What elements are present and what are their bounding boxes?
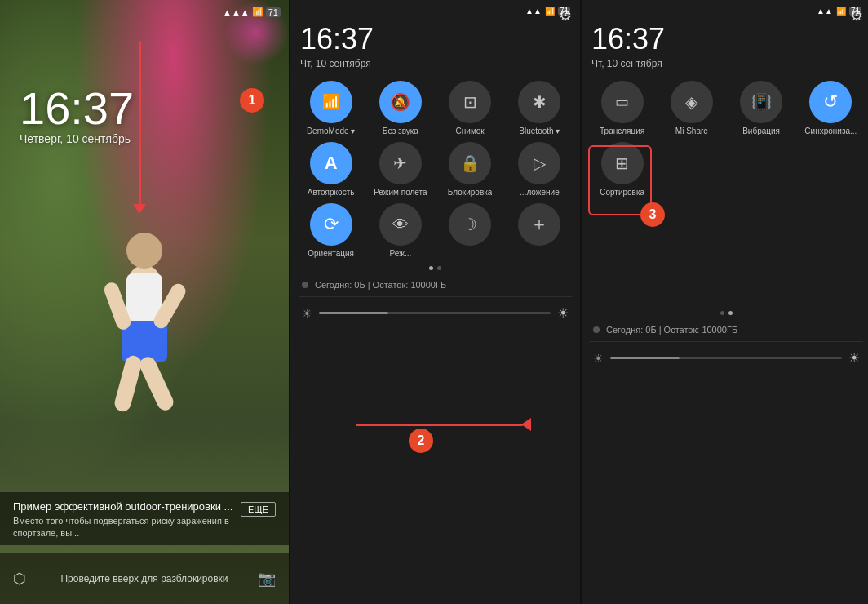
tile-orientation-label: Ориентация [308, 249, 354, 258]
brightness-high-icon-2: ☀ [848, 350, 860, 366]
brightness-row-2: ☀ ☀ [582, 345, 868, 371]
tile-plus[interactable]: ＋ [507, 203, 572, 258]
tile-sync-label: Синхрониза... [804, 127, 857, 135]
settings-gear-button-2[interactable]: ⚙ [850, 7, 863, 24]
dots-indicator-2 [582, 308, 868, 318]
tile-sort[interactable]: ⊞ Сортировка [590, 142, 654, 197]
fingerprint-icon: ⬡ [13, 570, 26, 588]
dots-indicator-1 [290, 263, 580, 273]
quick-settings-panel-1: spacer ▲▲ 📶 71 16:37 Чт, 10 сентября ⚙ 📶… [290, 0, 580, 604]
camera-icon: 📷 [258, 570, 276, 588]
horizontal-arrow-annotation [356, 418, 531, 431]
tile-nosound-label: Без звука [383, 127, 418, 135]
tile-demomode[interactable]: 📶 DemoMode ▾ [299, 81, 363, 135]
tiles-grid-p2-1: ▭ Трансляция ◈ Mi Share 📳 Вибрация ↺ Син… [582, 76, 868, 140]
tile-lock-icon: 🔒 [449, 142, 491, 184]
tile-broadcast-icon: ▭ [601, 81, 644, 123]
article-title: Пример эффективной outdoor-тренировки ..… [13, 500, 276, 513]
brightness-high-icon: ☀ [557, 305, 569, 321]
tile-bluetooth[interactable]: ✱ Bluetooth ▾ [507, 81, 572, 135]
brightness-row-1: ☀ ☀ [290, 300, 580, 326]
lockscreen-article: ЕЩЕ Пример эффективной outdoor-тренировк… [0, 492, 289, 545]
tile-lock[interactable]: 🔒 Блокировка [438, 142, 503, 197]
tile-mishare-icon: ◈ [671, 81, 713, 123]
panel2-time: 16:37 [582, 19, 868, 56]
tile-sort-label: Сортировка [600, 188, 644, 197]
tile-plus-icon: ＋ [518, 203, 560, 246]
tile-orientation-icon: ⟳ [310, 203, 352, 246]
tile-vibration-icon: 📳 [740, 81, 782, 123]
lockscreen-screen: 16:37 Четверг, 10 сентябрь ▲▲▲ 📶 71 1 ЕЩ… [0, 0, 289, 604]
storage-text-2: Сегодня: 0Б | Остаток: 10000ГБ [606, 325, 737, 335]
brightness-fill-2 [610, 357, 680, 359]
annotation-arrow-down [133, 41, 146, 214]
annotation-badge-2: 2 [409, 429, 433, 453]
panel2-date: Чт, 10 сентября [582, 56, 868, 76]
tile-nosound[interactable]: 🔕 Без звука [368, 81, 432, 135]
unlock-text: Проведите вверх для разблокировки [60, 573, 228, 584]
tile-orientation[interactable]: ⟳ Ориентация [299, 203, 363, 258]
tile-demomode-label: DemoMode ▾ [307, 127, 355, 135]
tile-sync-icon: ↺ [809, 81, 852, 123]
status-bar-1: spacer ▲▲ 📶 71 [290, 0, 580, 19]
tiles-grid-3: ⟳ Ориентация 👁 Реж... ☽ ＋ [290, 202, 580, 263]
tile-screenshot-label: Снимок [456, 127, 485, 135]
dot-p2-2 [728, 311, 733, 315]
tile-bluetooth-label: Bluetooth ▾ [519, 127, 560, 135]
dot-2 [437, 266, 441, 270]
storage-dot-2 [593, 326, 600, 333]
annotation-badge-1: 1 [240, 88, 264, 113]
tile-mode[interactable]: 👁 Реж... [368, 203, 432, 258]
tile-autobright-label: Автояркость [308, 188, 355, 197]
brightness-track-1[interactable] [319, 312, 551, 314]
tile-broadcast-label: Трансляция [600, 127, 644, 135]
storage-dot-1 [302, 282, 308, 288]
divider-2 [590, 341, 863, 342]
brightness-track-2[interactable] [610, 357, 842, 359]
tile-airplane[interactable]: ✈ Режим полета [368, 142, 432, 197]
lockscreen-time: 16:37 [20, 82, 134, 135]
panel1-time: 16:37 [290, 19, 580, 56]
tile-nosound-icon: 🔕 [379, 81, 422, 123]
tile-lock-label: Блокировка [448, 188, 493, 197]
tile-app-icon: ▷ [518, 142, 560, 184]
quick-settings-panel-2: spacer ▲▲ 📶 71 16:37 Чт, 10 сентября ⚙ ▭… [582, 0, 868, 604]
divider-1 [299, 296, 572, 297]
tile-vibration[interactable]: 📳 Вибрация [729, 81, 794, 135]
dot-p2-1 [720, 311, 724, 315]
tiles-grid-2: A Автояркость ✈ Режим полета 🔒 Блокировк… [290, 140, 580, 202]
article-more-button[interactable]: ЕЩЕ [241, 502, 276, 517]
brightness-fill-1 [319, 312, 388, 314]
panel1-date: Чт, 10 сентября [290, 56, 580, 76]
tile-app[interactable]: ▷ ...ложение [507, 142, 572, 197]
lockscreen-date: Четверг, 10 сентябрь [20, 132, 131, 145]
dot-1 [429, 266, 433, 270]
tiles-grid-1: 📶 DemoMode ▾ 🔕 Без звука ⊡ Снимок ✱ Blue… [290, 76, 580, 140]
article-body: Вместо того чтобы подвергаться риску зар… [13, 515, 276, 539]
tile-mode-icon: 👁 [379, 203, 422, 246]
tile-mode-label: Реж... [390, 249, 412, 258]
tile-screenshot-icon: ⊡ [449, 81, 491, 123]
tile-app-label: ...ложение [520, 188, 560, 197]
tile-airplane-icon: ✈ [379, 142, 422, 184]
annotation-badge-3: 3 [640, 202, 665, 227]
storage-text-1: Сегодня: 0Б | Остаток: 10000ГБ [315, 280, 446, 290]
tile-autobright[interactable]: A Автояркость [299, 142, 363, 197]
tile-screenshot[interactable]: ⊡ Снимок [438, 81, 503, 135]
lockscreen-bottom-bar: ⬡ Проведите вверх для разблокировки 📷 [0, 553, 289, 604]
storage-row-2: Сегодня: 0Б | Остаток: 10000ГБ [582, 318, 868, 338]
tile-moon-icon: ☽ [449, 203, 491, 246]
tile-moon[interactable]: ☽ [438, 203, 503, 258]
tile-sync[interactable]: ↺ Синхрониза... [799, 81, 863, 135]
tile-broadcast[interactable]: ▭ Трансляция [590, 81, 654, 135]
tile-demomode-icon: 📶 [310, 81, 352, 123]
tile-vibration-label: Вибрация [742, 127, 780, 135]
lockscreen-phone: 16:37 Четверг, 10 сентябрь ▲▲▲ 📶 71 1 ЕЩ… [0, 0, 289, 604]
status-bar-2: spacer ▲▲ 📶 71 [582, 0, 868, 19]
tile-mishare-label: Mi Share [675, 127, 708, 135]
settings-gear-button[interactable]: ⚙ [559, 7, 572, 24]
brightness-low-icon-2: ☀ [593, 352, 604, 365]
tile-mishare[interactable]: ◈ Mi Share [659, 81, 724, 135]
tile-autobright-icon: A [310, 142, 352, 184]
storage-row-1: Сегодня: 0Б | Остаток: 10000ГБ [290, 273, 580, 293]
